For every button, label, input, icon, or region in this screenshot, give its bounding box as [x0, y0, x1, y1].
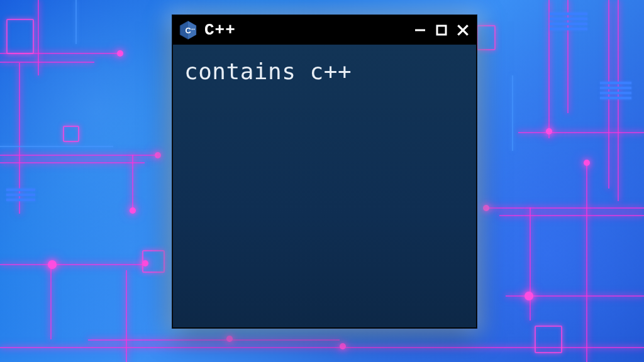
app-window: C ++ C++ contains c++ — [172, 15, 477, 328]
window-title: C++ — [204, 21, 407, 40]
window-body: contains c++ — [173, 45, 476, 327]
svg-text:C: C — [185, 26, 191, 35]
titlebar[interactable]: C ++ C++ — [173, 16, 476, 45]
maximize-icon[interactable] — [435, 23, 448, 37]
body-text: contains c++ — [184, 58, 465, 84]
window-controls — [413, 23, 470, 37]
close-icon[interactable] — [456, 23, 470, 37]
minimize-icon[interactable] — [413, 23, 427, 37]
svg-text:++: ++ — [191, 27, 196, 31]
cpp-hex-icon: C ++ — [178, 20, 198, 40]
svg-rect-5 — [437, 26, 446, 35]
